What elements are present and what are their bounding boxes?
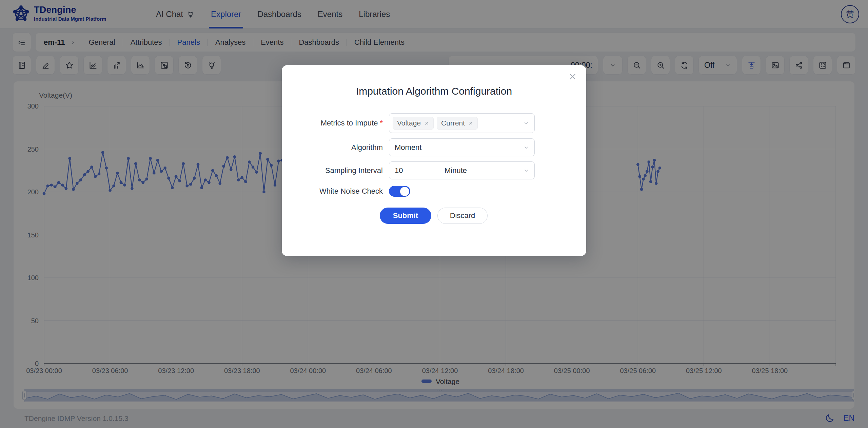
white-noise-row: White Noise Check: [282, 186, 586, 197]
metric-tag-current[interactable]: Current: [437, 117, 478, 130]
tag-label: Current: [441, 119, 465, 127]
metric-tag-voltage[interactable]: Voltage: [393, 117, 434, 130]
toggle-knob: [400, 187, 409, 196]
metrics-row: Metrics to Impute* VoltageCurrent: [282, 113, 586, 133]
sampling-unit-select[interactable]: Minute: [439, 162, 534, 179]
submit-button[interactable]: Submit: [380, 208, 431, 224]
sampling-interval-label: Sampling Interval: [282, 166, 389, 175]
modal-title: Imputation Algorithm Configuration: [282, 85, 586, 97]
algorithm-select[interactable]: Moment: [389, 138, 535, 156]
white-noise-check-label: White Noise Check: [282, 187, 389, 196]
remove-tag-icon[interactable]: [424, 121, 429, 126]
sampling-interval-input[interactable]: 10: [389, 162, 439, 179]
required-asterisk: *: [380, 119, 383, 127]
algorithm-value: Moment: [395, 143, 421, 152]
tag-label: Voltage: [397, 119, 421, 127]
chevron-down-icon: [523, 120, 530, 127]
remove-tag-icon[interactable]: [468, 121, 473, 126]
imputation-config-modal: Imputation Algorithm Configuration Metri…: [282, 65, 586, 256]
metrics-to-impute-select[interactable]: VoltageCurrent: [389, 113, 535, 133]
chevron-down-icon: [523, 167, 530, 174]
sampling-unit-value: Minute: [445, 166, 467, 175]
metrics-to-impute-label: Metrics to Impute*: [282, 119, 389, 128]
close-icon[interactable]: [568, 72, 577, 81]
algorithm-row: Algorithm Moment: [282, 138, 586, 156]
selected-metric-tags: VoltageCurrent: [393, 117, 478, 130]
discard-button[interactable]: Discard: [437, 208, 488, 224]
algorithm-label: Algorithm: [282, 143, 389, 152]
sampling-row: Sampling Interval 10 Minute: [282, 161, 586, 179]
chevron-down-icon: [523, 144, 530, 151]
white-noise-toggle[interactable]: [389, 186, 410, 197]
